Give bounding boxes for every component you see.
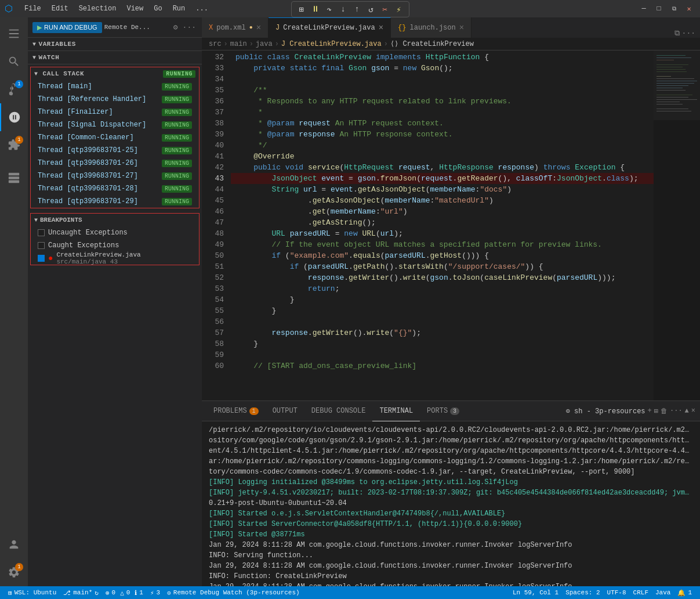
activity-explorer[interactable] [0,20,28,48]
menu-go[interactable]: Go [149,3,166,14]
restart-button[interactable]: ↺ [365,3,378,16]
menu-edit[interactable]: Edit [47,3,73,14]
uncaught-checkbox[interactable] [38,229,45,236]
breakpoint-dot-icon: ● [48,254,53,263]
kill-terminal-icon[interactable]: 🗑 [661,407,668,416]
panel-tab-output[interactable]: OUTPUT [266,401,304,421]
activity-search[interactable] [0,48,28,75]
status-line-ending[interactable]: CRLF [630,586,652,599]
thread-status-2: RUNNING [162,109,192,116]
status-branch[interactable]: ⎇ main* ↻ [60,586,102,599]
breadcrumb-src[interactable]: src [209,40,222,48]
split-editor-icon[interactable]: ⧉ [674,29,680,38]
breadcrumb-file[interactable]: J CreateLinkPreview.java [281,40,382,48]
caught-checkbox[interactable] [38,242,45,249]
code-line-49: // If the event object URL matches a spe… [231,239,654,250]
more-actions-icon[interactable]: ··· [682,29,695,38]
variables-section-header[interactable]: ▼ VARIABLES [28,38,202,50]
file-bp-checkbox[interactable] [38,255,45,262]
split-terminal-icon[interactable]: ⊞ [654,407,658,416]
run-config-more-button[interactable]: ··· [182,22,197,33]
activity-remote-explorer[interactable] [0,164,28,192]
tab-create-link-preview[interactable]: J CreateLinkPreview.java × [269,17,391,38]
panel-tab-terminal[interactable]: TERMINAL [372,401,420,421]
callstack-item-3[interactable]: Thread [Signal Dispatcher] RUNNING [31,118,199,131]
status-position[interactable]: Ln 59, Col 1 [509,586,562,599]
code-line-45: .getAsJsonObject(memberName:"matchedUrl"… [231,195,654,206]
new-terminal-icon[interactable]: + [648,407,652,415]
status-spaces[interactable]: Spaces: 2 [562,586,603,599]
terminal-line-5: [INFO] Logging initialized @38499ms to o… [209,477,693,488]
more-terminal-icon[interactable]: ··· [670,407,683,415]
activity-accounts[interactable] [0,531,28,558]
panel-tab-ports[interactable]: PORTS 3 [420,401,466,421]
restore-button[interactable]: ⧉ [668,2,680,15]
tab-active-close-icon[interactable]: × [379,23,383,33]
code-content[interactable]: public class CreateLinkPreview implement… [231,50,654,400]
code-editor[interactable]: 32 33 34 35 36 37 38 39 40 41 42 43 44 4… [202,50,700,400]
code-line-47: .getAsString(); [231,217,654,228]
minimize-button[interactable]: ─ [637,2,650,15]
activity-settings[interactable]: 1 [0,558,28,586]
menu-bar: File Edit Selection View Go Run ... [20,3,213,14]
step-out-button[interactable]: ↑ [351,3,364,16]
chevron-icon: ▼ [32,41,37,48]
callstack-header[interactable]: ▼ CALL STACK Running [31,67,199,80]
status-encoding[interactable]: UTF-8 [604,586,630,599]
activity-debug[interactable] [0,103,28,131]
activity-extensions[interactable]: 1 [0,131,28,159]
breadcrumb-main[interactable]: main [230,40,247,48]
step-into-button[interactable]: ↓ [337,3,350,16]
close-button[interactable]: ✕ [683,2,695,15]
status-debug-watch[interactable]: ⊙ Remote Debug Watch (3p-resources) [164,586,303,599]
tab-pom-xml[interactable]: X pom.xml ● × [202,17,269,38]
callstack-item-0[interactable]: Thread [main] RUNNING [31,80,199,93]
callstack-item-7[interactable]: Thread [qtp399683701-27] RUNNING [31,169,199,182]
hotswap-button[interactable]: ⚡ [393,3,405,16]
breakpoint-caught[interactable]: Caught Exceptions [31,239,199,252]
disconnect-button[interactable]: ✂ [379,3,391,16]
status-ws3[interactable]: ⚡ 3 [147,586,164,599]
callstack-item-8[interactable]: Thread [qtp399683701-28] RUNNING [31,182,199,195]
status-notifications[interactable]: 🔔 1 [674,586,695,599]
callstack-item-1[interactable]: Thread [Reference Handler] RUNNING [31,93,199,106]
tab-json-close-icon[interactable]: × [459,23,464,33]
maximize-button[interactable]: □ [652,2,665,15]
menu-more[interactable]: ... [191,3,213,14]
step-over-button[interactable]: ↷ [323,3,336,16]
breadcrumb-class[interactable]: ⟨⟩ CreateLinkPreview [390,39,474,48]
terminal-content[interactable]: /pierrick/.m2/repository/io/cloudevents/… [202,421,700,586]
tab-launch-json[interactable]: {} launch.json × [391,17,471,38]
menu-view[interactable]: View [122,3,148,14]
callstack-item-2[interactable]: Thread [Finalizer] RUNNING [31,106,199,118]
breakpoint-uncaught[interactable]: Uncaught Exceptions [31,226,199,239]
menu-file[interactable]: File [20,3,46,14]
watch-section-header[interactable]: ▼ WATCH [28,51,202,64]
breakpoint-file[interactable]: ● CreateLinkPreview.java src/main/java 4… [31,252,199,265]
maximize-panel-icon[interactable]: ▲ [685,407,689,415]
callstack-item-9[interactable]: Thread [qtp399683701-29] RUNNING [31,195,199,208]
sync-icon: ↻ [95,589,99,597]
menu-run[interactable]: Run [168,3,190,14]
callstack-item-5[interactable]: Thread [qtp399683701-25] RUNNING [31,144,199,157]
callstack-item-6[interactable]: Thread [qtp399683701-26] RUNNING [31,157,199,169]
run-and-debug-button[interactable]: ▶ RUN AND DEBUG [32,22,102,33]
status-errors[interactable]: ⊗ 0 △ 0 ℹ 1 [102,586,147,599]
code-line-51: if (parsedURL.getPath().startsWith("/sup… [231,261,654,272]
tab-close-icon[interactable]: × [256,23,261,33]
run-config-gear-button[interactable]: ⚙ [172,21,179,33]
callstack-item-4[interactable]: Thread [Common-Cleaner] RUNNING [31,131,199,144]
grid-icon[interactable]: ⊞ [295,3,308,16]
pause-button[interactable]: ⏸ [309,3,322,16]
menu-selection[interactable]: Selection [74,3,121,14]
breadcrumb-java[interactable]: java [256,40,273,48]
code-line-57: response.getWriter().write("{}"); [231,327,654,338]
breakpoints-header[interactable]: ▼ BREAKPOINTS [31,214,199,226]
status-language[interactable]: Java [652,586,674,599]
activity-sourcecontrol[interactable]: 1 [0,75,28,103]
status-remote[interactable]: ⊞ WSL: Ubuntu [5,586,60,599]
panel-tab-problems[interactable]: PROBLEMS 1 [206,401,266,421]
panel-tab-debug-console[interactable]: DEBUG CONSOLE [304,401,373,421]
close-panel-icon[interactable]: × [691,407,695,415]
minimap [654,50,700,400]
